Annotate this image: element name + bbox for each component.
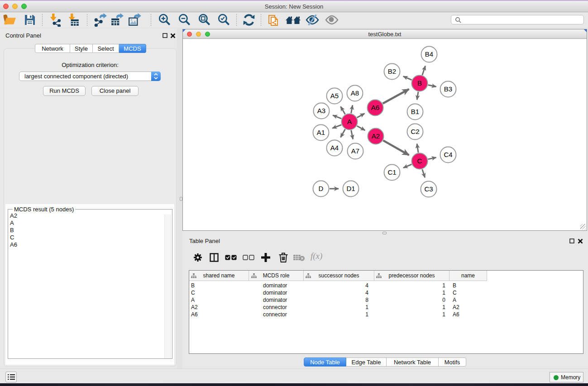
svg-text:B2: B2 (388, 67, 396, 75)
svg-text:A7: A7 (351, 147, 359, 155)
svg-text:A: A (347, 118, 352, 125)
svg-text:C2: C2 (411, 128, 419, 135)
svg-text:B: B (417, 79, 422, 87)
svg-text:C3: C3 (424, 185, 433, 193)
svg-text:A2: A2 (372, 132, 380, 140)
svg-text:B1: B1 (411, 108, 419, 115)
svg-text:A1: A1 (317, 129, 325, 136)
svg-text:C4: C4 (444, 151, 452, 158)
svg-text:C1: C1 (387, 168, 396, 176)
svg-text:B3: B3 (444, 85, 452, 93)
svg-text:C: C (417, 157, 422, 165)
svg-text:A6: A6 (371, 104, 379, 111)
svg-text:D1: D1 (346, 185, 355, 192)
svg-text:B4: B4 (425, 50, 433, 58)
svg-text:A8: A8 (351, 89, 359, 97)
svg-text:A5: A5 (330, 92, 339, 100)
svg-text:A4: A4 (330, 144, 339, 152)
svg-text:A3: A3 (317, 107, 325, 114)
svg-text:D: D (319, 185, 324, 192)
